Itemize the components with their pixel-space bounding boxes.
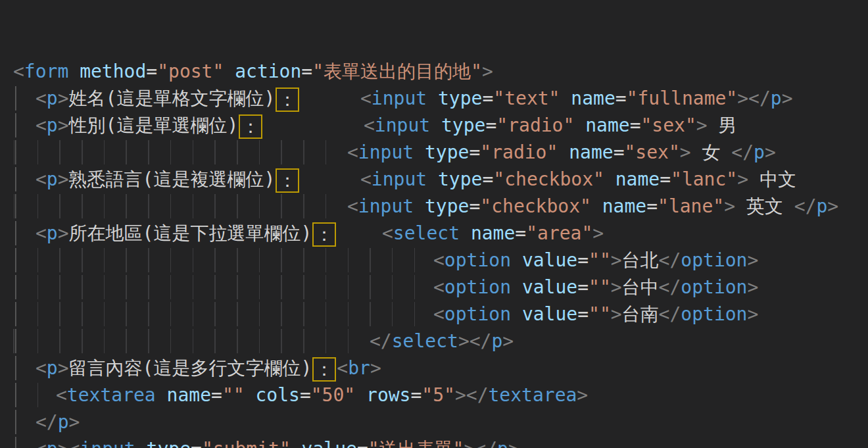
code-token-punct[interactable]: ></: [458, 330, 492, 352]
code-token-attr[interactable]: name: [602, 195, 646, 217]
code-token-attr[interactable]: type: [438, 168, 482, 190]
code-token-eq[interactable]: =: [577, 303, 589, 325]
code-token-plain[interactable]: [245, 384, 256, 406]
code-token-attr[interactable]: type: [438, 87, 482, 109]
code-token-eq[interactable]: =: [191, 438, 202, 448]
code-token-plain[interactable]: [156, 384, 167, 406]
code-token-punct[interactable]: <: [56, 384, 67, 406]
code-token-tag[interactable]: select: [392, 330, 458, 352]
code-token-str[interactable]: "submit": [202, 438, 291, 448]
code-token-tag[interactable]: option: [445, 276, 511, 298]
code-token-str[interactable]: "radio": [496, 114, 574, 136]
code-token-plain[interactable]: [560, 87, 571, 109]
code-token-punct[interactable]: <: [36, 87, 47, 109]
code-token-plain[interactable]: 英文: [735, 195, 794, 217]
code-token-tag[interactable]: p: [58, 411, 69, 433]
code-line[interactable]: <p>熟悉語言(這是複選欄位)：<input type="checkbox" n…: [13, 166, 868, 193]
code-token-str[interactable]: "lane": [658, 195, 724, 217]
code-token-plain[interactable]: [414, 141, 425, 163]
code-token-tag[interactable]: br: [348, 357, 370, 379]
code-token-punct[interactable]: >: [724, 195, 735, 217]
code-token-plain[interactable]: [574, 114, 585, 136]
unicode-highlight-box[interactable]: ：: [239, 114, 262, 139]
code-token-tag[interactable]: textarea: [489, 384, 577, 406]
code-token-eq[interactable]: =: [614, 141, 625, 163]
code-line[interactable]: <p>性別(這是單選欄位)：<input type="radio" name="…: [13, 112, 868, 139]
code-line[interactable]: <option value="">台中</option>: [13, 274, 868, 301]
code-token-attr[interactable]: type: [425, 195, 469, 217]
code-token-punct[interactable]: <: [36, 114, 47, 136]
code-token-plain[interactable]: [460, 222, 471, 244]
code-token-attr[interactable]: value: [522, 303, 577, 325]
code-token-punct[interactable]: >: [58, 222, 69, 244]
code-token-str[interactable]: "": [589, 276, 611, 298]
code-line[interactable]: <option value="">台北</option>: [13, 247, 868, 274]
code-token-str[interactable]: "5": [422, 384, 455, 406]
code-token-attr[interactable]: type: [425, 141, 469, 163]
code-token-plain[interactable]: [427, 168, 438, 190]
code-token-punct[interactable]: >: [737, 168, 748, 190]
code-token-tag[interactable]: option: [445, 249, 511, 271]
code-token-punct[interactable]: >: [592, 222, 604, 244]
code-token-plain[interactable]: [511, 276, 522, 298]
code-line[interactable]: <textarea name="" cols="50" rows="5"></t…: [13, 382, 868, 409]
unicode-highlight-box[interactable]: ：: [276, 87, 299, 112]
code-token-punct[interactable]: ></: [737, 87, 771, 109]
code-token-plain[interactable]: 性別(這是單選欄位): [69, 114, 239, 136]
code-token-eq[interactable]: =: [615, 87, 627, 109]
code-token-punct[interactable]: </: [731, 141, 754, 163]
code-token-punct[interactable]: </: [794, 195, 817, 217]
code-token-eq[interactable]: =: [577, 276, 589, 298]
code-token-tag[interactable]: p: [817, 195, 828, 217]
code-token-punct[interactable]: >: [58, 114, 69, 136]
code-token-tag[interactable]: p: [47, 168, 58, 190]
code-token-punct[interactable]: </: [659, 249, 681, 271]
code-token-plain[interactable]: 男: [708, 114, 737, 136]
code-token-punct[interactable]: <: [360, 168, 372, 190]
code-token-str[interactable]: "radio": [480, 141, 558, 163]
code-token-eq[interactable]: =: [660, 168, 671, 190]
code-line[interactable]: <input type="checkbox" name="lane"> 英文 <…: [13, 193, 868, 220]
code-token-tag[interactable]: p: [497, 438, 508, 448]
code-token-plain[interactable]: 所在地區(這是下拉選單欄位): [69, 222, 312, 244]
code-token-punct[interactable]: </: [659, 303, 681, 325]
code-token-punct[interactable]: <: [347, 195, 358, 217]
code-line[interactable]: <p>留言內容(這是多行文字欄位)：<br>: [13, 355, 868, 382]
code-token-punct[interactable]: >: [577, 384, 588, 406]
code-token-punct[interactable]: <: [36, 357, 47, 379]
code-token-attr[interactable]: name: [167, 384, 211, 406]
code-token-str[interactable]: "": [222, 384, 245, 406]
code-token-punct[interactable]: <: [13, 61, 24, 82]
code-token-attr[interactable]: name: [585, 114, 629, 136]
code-token-eq[interactable]: =: [469, 141, 480, 163]
code-line[interactable]: <option value="">台南</option>: [13, 301, 868, 328]
code-token-punct[interactable]: >: [680, 141, 691, 163]
code-token-punct[interactable]: </: [659, 276, 681, 298]
code-token-str[interactable]: "area": [526, 222, 592, 244]
code-token-plain[interactable]: [427, 87, 438, 109]
code-token-eq[interactable]: =: [577, 249, 589, 271]
code-token-str[interactable]: "checkbox": [480, 195, 591, 217]
code-token-attr[interactable]: type: [441, 114, 485, 136]
code-token-punct[interactable]: >: [58, 168, 69, 190]
code-token-punct[interactable]: <: [433, 303, 445, 325]
code-token-attr[interactable]: type: [147, 438, 191, 448]
code-token-attr[interactable]: value: [522, 249, 577, 271]
code-token-punct[interactable]: >: [827, 195, 838, 217]
code-token-eq[interactable]: =: [410, 384, 422, 406]
code-token-punct[interactable]: ></: [455, 384, 489, 406]
code-token-eq[interactable]: =: [211, 384, 222, 406]
code-token-punct[interactable]: >: [611, 249, 622, 271]
code-token-str[interactable]: "sex": [640, 114, 696, 136]
code-token-plain[interactable]: 台中: [622, 276, 659, 298]
code-token-plain[interactable]: 台北: [622, 249, 659, 271]
code-token-tag[interactable]: input: [372, 87, 427, 109]
code-token-plain[interactable]: 中文: [748, 168, 796, 190]
code-token-str[interactable]: "50": [311, 384, 355, 406]
code-token-tag[interactable]: input: [80, 438, 135, 448]
code-token-attr[interactable]: name: [571, 87, 615, 109]
code-token-punct[interactable]: <: [360, 87, 372, 109]
code-editor[interactable]: <form method="post" action="表單送出的目的地"><p…: [0, 0, 868, 448]
code-token-eq[interactable]: =: [485, 114, 496, 136]
code-token-punct[interactable]: >: [502, 330, 514, 352]
